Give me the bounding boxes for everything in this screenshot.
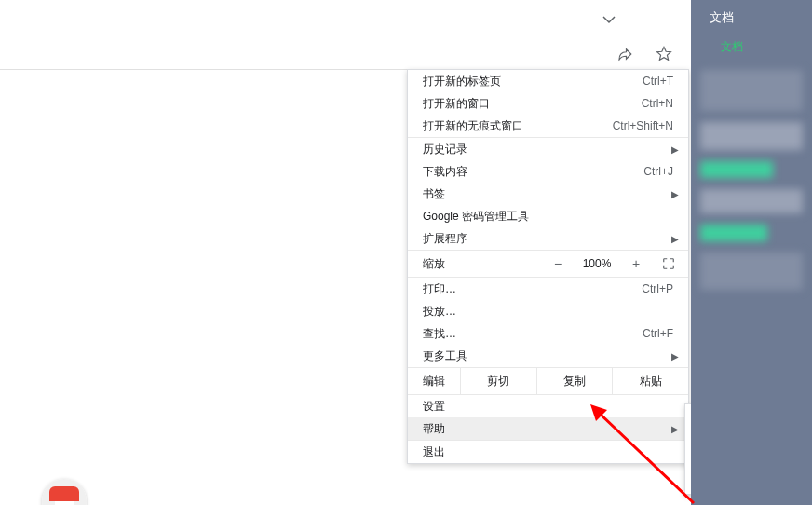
chevron-down-icon[interactable] <box>600 11 618 28</box>
menu-label: 扩展程序 <box>423 231 673 247</box>
menu-downloads[interactable]: 下载内容 Ctrl+J <box>408 160 688 183</box>
menu-label: 打开新的无痕式窗口 <box>423 118 613 134</box>
edit-cut-button[interactable]: 剪切 <box>460 368 536 394</box>
menu-label: 编辑 <box>408 374 460 389</box>
shortcut-hint: Ctrl+N <box>642 97 673 110</box>
submenu-arrow-icon: ▶ <box>671 189 679 199</box>
menu-zoom-row: 缩放 − 100% + <box>408 251 688 277</box>
zoom-in-button[interactable]: + <box>619 256 653 271</box>
shortcut-hint: Ctrl+P <box>642 282 673 295</box>
fullscreen-icon[interactable] <box>653 257 684 270</box>
menu-label: 投放… <box>423 304 673 320</box>
submenu-arrow-icon: ▶ <box>671 144 679 155</box>
menu-bookmarks[interactable]: 书签 ▶ <box>408 183 688 205</box>
menu-settings[interactable]: 设置 <box>408 395 688 417</box>
sidepanel-thumb <box>700 122 803 150</box>
zoom-out-button[interactable]: − <box>541 256 575 271</box>
submenu-arrow-icon: ▶ <box>671 351 679 362</box>
menu-label: 更多工具 <box>423 348 673 364</box>
menu-label: 设置 <box>423 399 673 415</box>
sidepanel-thumb <box>700 161 773 178</box>
menu-label: 缩放 <box>423 256 541 272</box>
menu-cast[interactable]: 投放… <box>408 300 688 322</box>
menu-find[interactable]: 查找… Ctrl+F <box>408 322 688 345</box>
menu-label: 下载内容 <box>423 164 643 180</box>
sidepanel-thumb <box>700 225 767 241</box>
edit-paste-button[interactable]: 粘贴 <box>612 368 688 394</box>
submenu-arrow-icon: ▶ <box>671 234 679 244</box>
shortcut-hint: Ctrl+T <box>643 75 673 88</box>
menu-edit-row: 编辑 剪切 复制 粘贴 <box>408 368 688 394</box>
shortcut-hint: Ctrl+F <box>643 327 673 340</box>
shortcut-hint: Ctrl+Shift+N <box>613 119 673 132</box>
menu-print[interactable]: 打印… Ctrl+P <box>408 278 688 300</box>
sidepanel-thumb <box>700 189 803 213</box>
sidepanel-title: 文档 <box>691 0 812 35</box>
menu-label: 打开新的标签页 <box>423 74 643 89</box>
submenu-arrow-icon: ▶ <box>671 424 679 434</box>
menu-new-incognito[interactable]: 打开新的无痕式窗口 Ctrl+Shift+N <box>408 115 688 137</box>
menu-exit[interactable]: 退出 <box>408 441 688 463</box>
side-panel: 文档 文档 <box>691 0 812 505</box>
shortcut-hint: Ctrl+J <box>643 165 673 178</box>
menu-history[interactable]: 历史记录 ▶ <box>408 138 688 160</box>
menu-label: 帮助 <box>423 421 673 437</box>
menu-label: 打开新的窗口 <box>423 96 642 112</box>
menu-new-window[interactable]: 打开新的窗口 Ctrl+N <box>408 92 688 115</box>
sidepanel-thumb <box>700 70 803 111</box>
menu-more-tools[interactable]: 更多工具 ▶ <box>408 345 688 367</box>
menu-label: 查找… <box>423 326 643 342</box>
menu-new-tab[interactable]: 打开新的标签页 Ctrl+T <box>408 70 688 92</box>
menu-label: Google 密码管理工具 <box>423 209 673 225</box>
menu-label: 历史记录 <box>423 142 673 157</box>
edit-copy-button[interactable]: 复制 <box>536 368 613 394</box>
menu-label: 打印… <box>423 281 642 297</box>
zoom-value: 100% <box>575 257 619 270</box>
chrome-main-menu: 打开新的标签页 Ctrl+T 打开新的窗口 Ctrl+N 打开新的无痕式窗口 C… <box>407 69 689 464</box>
star-icon[interactable] <box>650 40 678 68</box>
share-icon[interactable] <box>611 40 639 68</box>
menu-password-manager[interactable]: Google 密码管理工具 <box>408 205 688 227</box>
menu-label: 书签 <box>423 186 673 202</box>
chrome-logo-icon <box>42 479 87 505</box>
menu-extensions[interactable]: 扩展程序 ▶ <box>408 227 688 250</box>
sidepanel-thumb <box>700 252 803 290</box>
menu-help[interactable]: 帮助 ▶ <box>408 417 688 440</box>
sidepanel-tab[interactable]: 文档 <box>691 35 812 59</box>
menu-label: 退出 <box>423 444 673 460</box>
